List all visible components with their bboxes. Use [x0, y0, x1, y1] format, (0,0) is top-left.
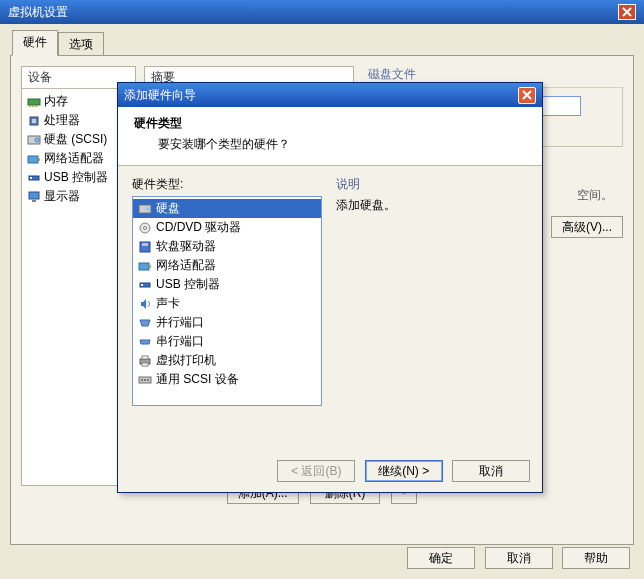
svg-point-30	[147, 379, 149, 381]
hw-item-label: 声卡	[156, 295, 180, 312]
svg-rect-11	[30, 177, 32, 179]
sound-icon	[138, 297, 152, 311]
svg-rect-23	[141, 284, 143, 286]
svg-rect-26	[142, 363, 148, 366]
usb-icon	[138, 278, 152, 292]
hw-item-label: 通用 SCSI 设备	[156, 371, 239, 388]
hw-item-label: 并行端口	[156, 314, 204, 331]
hw-item-cd[interactable]: CD/DVD 驱动器	[133, 218, 321, 237]
svg-rect-12	[29, 192, 39, 199]
device-item-label: 硬盘 (SCSI)	[44, 131, 107, 148]
wizard-footer: < 返回(B) 继续(N) > 取消	[271, 460, 530, 482]
hdd-icon	[138, 202, 152, 216]
wizard-header: 硬件类型 要安装哪个类型的硬件？	[118, 107, 542, 166]
memory-icon	[27, 95, 41, 109]
back-button: < 返回(B)	[277, 460, 355, 482]
tabs: 硬件 选项	[12, 30, 634, 56]
hw-item-scsi[interactable]: 通用 SCSI 设备	[133, 370, 321, 389]
display-icon	[27, 190, 41, 204]
hardware-type-list[interactable]: 硬盘 CD/DVD 驱动器 软盘驱动器 网络适配器 USB 控制器	[132, 196, 322, 406]
device-item-label: 网络适配器	[44, 150, 104, 167]
description-label: 说明	[336, 176, 528, 193]
close-icon	[522, 90, 532, 100]
hw-item-label: 网络适配器	[156, 257, 216, 274]
close-icon	[622, 7, 632, 17]
hw-item-label: CD/DVD 驱动器	[156, 219, 241, 236]
hw-item-hdd[interactable]: 硬盘	[133, 199, 321, 218]
hardware-type-column: 硬件类型: 硬盘 CD/DVD 驱动器 软盘驱动器 网络适配器	[132, 176, 322, 406]
cd-icon	[138, 221, 152, 235]
hw-item-nic[interactable]: 网络适配器	[133, 256, 321, 275]
description-column: 说明 添加硬盘。	[336, 176, 528, 406]
help-button[interactable]: 帮助	[562, 547, 630, 569]
svg-point-28	[141, 379, 143, 381]
device-item-label: 内存	[44, 93, 68, 110]
svg-point-7	[35, 138, 39, 142]
svg-point-17	[144, 226, 147, 229]
wizard-body: 硬件类型: 硬盘 CD/DVD 驱动器 软盘驱动器 网络适配器	[118, 166, 542, 416]
tab-hardware[interactable]: 硬件	[12, 30, 58, 56]
wizard-subheading: 要安装哪个类型的硬件？	[158, 136, 526, 153]
svg-rect-0	[28, 99, 40, 105]
nic-icon	[27, 152, 41, 166]
svg-rect-19	[142, 243, 148, 246]
device-item-label: 处理器	[44, 112, 80, 129]
svg-rect-1	[29, 105, 31, 107]
device-item-label: 显示器	[44, 188, 80, 205]
wizard-title-text: 添加硬件向导	[124, 87, 196, 104]
footer-buttons: 确定 取消 帮助	[401, 547, 630, 569]
svg-rect-8	[28, 156, 38, 163]
hw-item-usb[interactable]: USB 控制器	[133, 275, 321, 294]
hw-item-parallel[interactable]: 并行端口	[133, 313, 321, 332]
wizard-close-button[interactable]	[518, 87, 536, 104]
svg-rect-3	[35, 105, 37, 107]
hw-item-label: 硬盘	[156, 200, 180, 217]
wizard-titlebar: 添加硬件向导	[118, 83, 542, 107]
nic-icon	[138, 259, 152, 273]
hw-item-printer[interactable]: 虚拟打印机	[133, 351, 321, 370]
svg-rect-2	[32, 105, 34, 107]
cpu-icon	[27, 114, 41, 128]
hw-item-label: USB 控制器	[156, 276, 220, 293]
parent-close-button[interactable]	[618, 4, 636, 20]
printer-icon	[138, 354, 152, 368]
parent-titlebar: 虚拟机设置	[0, 0, 644, 24]
description-text: 添加硬盘。	[336, 197, 528, 214]
svg-rect-25	[142, 356, 148, 359]
serial-port-icon	[138, 335, 152, 349]
device-item-label: USB 控制器	[44, 169, 108, 186]
wizard-cancel-button[interactable]: 取消	[452, 460, 530, 482]
svg-point-29	[144, 379, 146, 381]
svg-rect-9	[38, 158, 40, 161]
svg-rect-5	[32, 119, 36, 123]
hw-item-serial[interactable]: 串行端口	[133, 332, 321, 351]
advanced-button[interactable]: 高级(V)...	[551, 216, 623, 238]
hw-item-label: 串行端口	[156, 333, 204, 350]
usb-icon	[27, 171, 41, 185]
hdd-icon	[27, 133, 41, 147]
cancel-button[interactable]: 取消	[485, 547, 553, 569]
hw-item-label: 软盘驱动器	[156, 238, 216, 255]
svg-point-15	[146, 207, 150, 211]
hw-item-label: 虚拟打印机	[156, 352, 216, 369]
hw-item-sound[interactable]: 声卡	[133, 294, 321, 313]
parent-title-text: 虚拟机设置	[8, 4, 68, 21]
scsi-icon	[138, 373, 152, 387]
wizard-heading: 硬件类型	[134, 115, 526, 132]
hardware-type-label: 硬件类型:	[132, 176, 322, 193]
disk-file-label: 磁盘文件	[368, 66, 623, 83]
floppy-icon	[138, 240, 152, 254]
parallel-port-icon	[138, 316, 152, 330]
tab-options[interactable]: 选项	[58, 32, 104, 56]
next-button[interactable]: 继续(N) >	[365, 460, 443, 482]
add-hardware-wizard: 添加硬件向导 硬件类型 要安装哪个类型的硬件？ 硬件类型: 硬盘 CD/DVD …	[117, 82, 543, 493]
svg-rect-20	[139, 263, 149, 270]
svg-rect-13	[32, 200, 36, 202]
hw-item-floppy[interactable]: 软盘驱动器	[133, 237, 321, 256]
ok-button[interactable]: 确定	[407, 547, 475, 569]
svg-rect-21	[149, 265, 151, 268]
